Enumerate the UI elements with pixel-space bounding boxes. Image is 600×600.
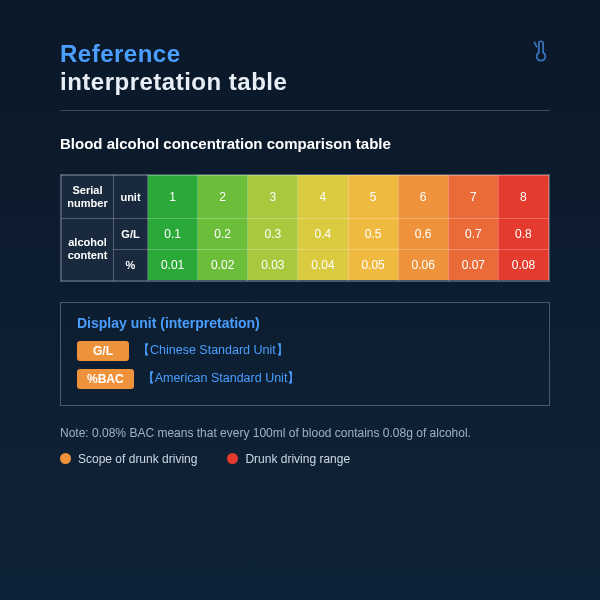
unit-percent: % [114, 249, 148, 280]
unit-gl: G/L [114, 218, 148, 249]
serial-4: 4 [298, 175, 348, 218]
table-cell: 0.02 [198, 249, 248, 280]
table-cell: 0.5 [348, 218, 398, 249]
table-cell: 0.2 [198, 218, 248, 249]
bac-table: Serial number unit 1 2 3 4 5 6 7 8 alcoh… [60, 174, 550, 282]
serial-7: 7 [448, 175, 498, 218]
header-alcohol: alcohol content [62, 218, 114, 280]
table-cell: 0.6 [398, 218, 448, 249]
legend-label: Drunk driving range [245, 452, 350, 466]
pill-gl-label: 【Chinese Standard Unit】 [137, 342, 289, 359]
thermometer-icon [528, 38, 554, 68]
table-cell: 0.04 [298, 249, 348, 280]
pill-bac: %BAC [77, 369, 134, 389]
interpretation-box: Display unit (interpretation) G/L 【Chine… [60, 302, 550, 406]
table-cell: 0.01 [148, 249, 198, 280]
subtitle: Blood alcohol concentration comparison t… [60, 133, 550, 156]
header-unit: unit [114, 175, 148, 218]
pill-bac-label: 【American Standard Unit】 [142, 370, 301, 387]
legend-drunk-scope: Scope of drunk driving [60, 452, 197, 466]
serial-6: 6 [398, 175, 448, 218]
interp-row-gl: G/L 【Chinese Standard Unit】 [77, 341, 533, 361]
legend: Scope of drunk driving Drunk driving ran… [60, 452, 550, 466]
table-cell: 0.03 [248, 249, 298, 280]
table-cell: 0.06 [398, 249, 448, 280]
table-cell: 0.8 [498, 218, 548, 249]
table-cell: 0.08 [498, 249, 548, 280]
serial-1: 1 [148, 175, 198, 218]
table-cell: 0.07 [448, 249, 498, 280]
serial-5: 5 [348, 175, 398, 218]
table-cell: 0.7 [448, 218, 498, 249]
serial-3: 3 [248, 175, 298, 218]
table-cell: 0.1 [148, 218, 198, 249]
dot-orange-icon [60, 453, 71, 464]
pill-gl: G/L [77, 341, 129, 361]
table-cell: 0.05 [348, 249, 398, 280]
interpretation-title: Display unit (interpretation) [77, 315, 533, 331]
serial-2: 2 [198, 175, 248, 218]
legend-label: Scope of drunk driving [78, 452, 197, 466]
interp-row-bac: %BAC 【American Standard Unit】 [77, 369, 533, 389]
page-title-line1: Reference [60, 40, 550, 68]
legend-drunk-range: Drunk driving range [227, 452, 350, 466]
page-title-line2: interpretation table [60, 68, 550, 111]
footnote: Note: 0.08% BAC means that every 100ml o… [60, 424, 550, 442]
serial-8: 8 [498, 175, 548, 218]
table-cell: 0.3 [248, 218, 298, 249]
table-cell: 0.4 [298, 218, 348, 249]
dot-red-icon [227, 453, 238, 464]
header-serial: Serial number [62, 175, 114, 218]
